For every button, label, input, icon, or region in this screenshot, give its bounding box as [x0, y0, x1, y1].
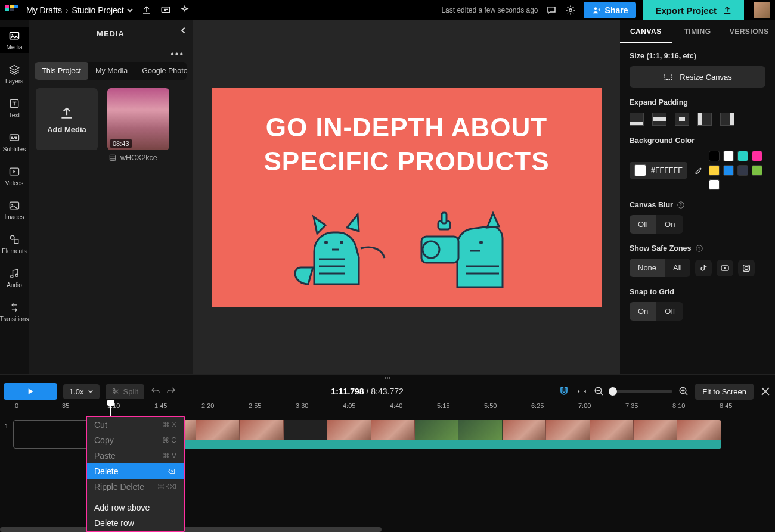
eyedropper-icon[interactable]: [693, 166, 703, 175]
youtube-icon[interactable]: [717, 260, 733, 276]
blur-off[interactable]: Off: [630, 215, 656, 234]
svg-rect-3: [10, 32, 19, 39]
cm-paste[interactable]: Paste⌘ V: [87, 448, 184, 463]
media-tab-this-project[interactable]: This Project: [35, 62, 88, 80]
rail-images[interactable]: Images: [0, 197, 29, 223]
ruler-tick: 5:15: [437, 402, 484, 416]
padding-left[interactable]: [698, 113, 712, 126]
swatch[interactable]: [737, 165, 748, 176]
speed-value: 1.0x: [69, 387, 84, 396]
share-button[interactable]: Share: [584, 2, 637, 18]
safe-none[interactable]: None: [630, 259, 665, 277]
cm-label: Delete: [94, 466, 118, 476]
fit-to-screen-button[interactable]: Fit to Screen: [695, 384, 754, 400]
close-icon[interactable]: [760, 385, 771, 397]
gear-icon[interactable]: [565, 4, 576, 16]
export-button[interactable]: Export Project: [643, 0, 744, 20]
media-tab-my-media[interactable]: My Media: [88, 62, 135, 80]
snap-on[interactable]: On: [630, 302, 656, 321]
tab-timing[interactable]: TIMING: [672, 20, 724, 43]
padding-right[interactable]: [720, 113, 734, 126]
bgcolor-hex-input[interactable]: #FFFFFF: [630, 162, 687, 179]
help-icon[interactable]: ?: [677, 201, 685, 209]
rail-layers[interactable]: Layers: [0, 61, 29, 87]
snap-edges-icon[interactable]: [576, 385, 588, 397]
play-button[interactable]: [4, 383, 57, 400]
timeline-ruler[interactable]: :0 :35 1:10 1:45 2:20 2:55 3:30 4:05 4:4…: [0, 402, 775, 416]
app-logo[interactable]: [5, 5, 19, 15]
snap-toggle: On Off: [630, 302, 683, 321]
video-clip[interactable]: [108, 420, 721, 449]
scissors-icon: [111, 387, 120, 396]
help-icon[interactable]: ?: [695, 244, 703, 253]
svg-point-16: [340, 241, 343, 244]
user-avatar[interactable]: [754, 2, 770, 18]
tab-canvas[interactable]: CANVAS: [620, 20, 672, 43]
breadcrumb-root[interactable]: My Drafts: [26, 5, 62, 15]
swatch[interactable]: [737, 151, 748, 161]
zoom-slider[interactable]: [610, 390, 672, 393]
tiktok-icon[interactable]: [695, 260, 712, 276]
bgcolor-label: Background Color: [630, 136, 765, 145]
rail-subtitles[interactable]: Subtitles: [0, 129, 29, 155]
bgcolor-swatch: [634, 164, 646, 176]
cm-shortcut: ⌘ ⌫: [157, 483, 176, 491]
clip-duration: 08:43: [110, 139, 132, 148]
padding-center-h[interactable]: [652, 113, 666, 126]
rail-elements[interactable]: Elements: [0, 231, 29, 257]
canvas[interactable]: GO IN-DEPTH ABOUT SPECIFIC PRODUCTS: [212, 88, 602, 307]
collapse-panel-icon[interactable]: [178, 25, 189, 36]
timeline-resize-handle[interactable]: •••: [0, 375, 775, 381]
padding-inset[interactable]: [675, 113, 689, 126]
zoom-out-icon[interactable]: [594, 386, 604, 397]
magic-icon[interactable]: [179, 4, 191, 16]
breadcrumb-project[interactable]: Studio Project: [72, 5, 134, 15]
more-icon[interactable]: •••: [29, 46, 193, 62]
ruler-tick: 8:10: [672, 402, 720, 416]
rail-text[interactable]: Text: [0, 95, 29, 121]
padding-bottom[interactable]: [630, 113, 644, 126]
swatch[interactable]: [752, 151, 762, 161]
cm-delete-row[interactable]: Delete row: [87, 515, 184, 531]
cm-label: Cut: [94, 420, 107, 430]
swatch[interactable]: [709, 151, 720, 161]
rail-label: Transitions: [0, 316, 29, 322]
cm-cut[interactable]: Cut⌘ X: [87, 417, 184, 433]
swatch[interactable]: [752, 165, 762, 176]
rail-media[interactable]: Media: [0, 27, 29, 53]
cm-copy[interactable]: Copy⌘ C: [87, 433, 184, 448]
swatch[interactable]: [723, 165, 734, 176]
rail-audio[interactable]: Audio: [0, 265, 29, 291]
safe-all[interactable]: All: [665, 259, 690, 277]
snap-off[interactable]: Off: [656, 302, 683, 321]
instagram-icon[interactable]: [738, 260, 755, 276]
media-clip[interactable]: 08:43 wHCX2kce: [107, 88, 169, 162]
media-tab-google-photos[interactable]: Google Photos: [135, 62, 187, 80]
blur-on[interactable]: On: [656, 215, 683, 234]
chat-icon[interactable]: [545, 4, 557, 16]
swatch[interactable]: [723, 151, 734, 161]
cm-delete[interactable]: Delete: [87, 463, 184, 479]
svg-point-10: [10, 235, 14, 239]
zoom-in-icon[interactable]: [678, 386, 689, 397]
rail-label: Text: [9, 112, 20, 119]
redo-icon[interactable]: [166, 386, 176, 397]
rail-transitions[interactable]: Transitions: [0, 299, 29, 325]
topbar: My Drafts › Studio Project Last edited a…: [0, 0, 775, 20]
last-edited-label: Last edited a few seconds ago: [441, 6, 538, 14]
cm-ripple-delete[interactable]: Ripple Delete⌘ ⌫: [87, 479, 184, 494]
swatch[interactable]: [709, 179, 720, 190]
speed-selector[interactable]: 1.0x: [63, 384, 100, 399]
upload-icon[interactable]: [141, 4, 153, 16]
magnet-icon[interactable]: [558, 385, 570, 397]
clip-thumbnail[interactable]: 08:43: [107, 88, 169, 150]
cm-add-row-above[interactable]: Add row above: [87, 500, 184, 515]
add-media-button[interactable]: Add Media: [36, 88, 98, 150]
split-button[interactable]: Split: [106, 384, 144, 399]
swatch[interactable]: [709, 165, 720, 176]
tab-versions[interactable]: VERSIONS: [723, 20, 775, 43]
rail-videos[interactable]: Videos: [0, 163, 29, 189]
resize-canvas-button[interactable]: Resize Canvas: [630, 66, 765, 88]
comment-icon[interactable]: [160, 4, 172, 16]
undo-icon[interactable]: [150, 386, 161, 397]
